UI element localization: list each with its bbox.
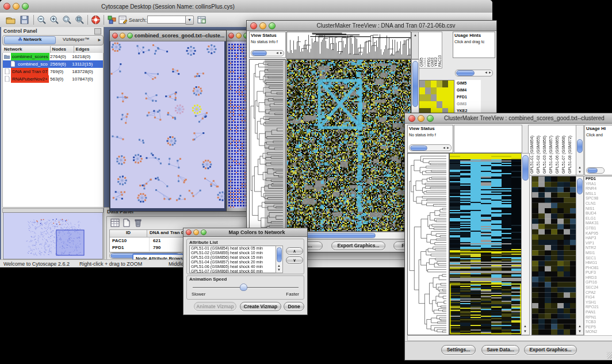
gene-label[interactable]: HRD3 [584, 275, 612, 281]
gene-label[interactable]: YSH1 [584, 300, 612, 305]
zoom-fit-icon[interactable] [75, 15, 85, 25]
minimize-icon[interactable] [120, 33, 125, 39]
table-icon[interactable] [110, 219, 120, 227]
column-label[interactable]: GPL51-02 (GSM855) [536, 127, 541, 174]
gene-label[interactable]: VIP1 [584, 241, 612, 246]
zoom-window-icon[interactable] [269, 22, 276, 29]
attribute-item[interactable]: GPL51-02 (GSM855) heat shock 10 min [190, 251, 276, 255]
network-list-row[interactable]: RNAPuberNov2+563(0)107847(0) [3, 75, 103, 83]
gene-label[interactable]: TCB3 [584, 320, 612, 325]
minimize-icon[interactable] [193, 229, 199, 235]
move-down-button[interactable]: ∨ [286, 256, 303, 264]
network-list-row[interactable]: combined_sco2569(6)13112(15) [3, 60, 103, 68]
attribute-item[interactable]: GPL51-03 (GSM856) heat shock 15 min [190, 255, 276, 260]
gene-label[interactable]: SPC98 [584, 196, 612, 201]
minimize-icon[interactable] [236, 33, 242, 39]
gene-label[interactable]: MON2 [584, 329, 612, 335]
attribute-item[interactable]: GPL51-06 (GSM865) heat shock 40 min [190, 265, 276, 269]
column-label[interactable]: GPL51-08 (GSM872) [568, 127, 573, 174]
network-list-row[interactable]: combined_scores2764(0)16218(0) [3, 53, 103, 60]
zoom-window-icon[interactable] [427, 115, 434, 122]
search-input[interactable] [147, 16, 186, 24]
zoom-window-icon[interactable] [201, 229, 206, 235]
gene-label[interactable]: PEP5 [584, 325, 612, 330]
tv2-hints-scrollbar[interactable] [586, 167, 605, 174]
tv2-settings-button[interactable]: Settings... [441, 345, 476, 355]
zoom-out-icon[interactable] [37, 15, 47, 25]
more-tabs-arrow-icon[interactable]: ► [97, 37, 102, 43]
column-label[interactable]: GIM4 [423, 33, 426, 67]
attribute-item[interactable]: GPL51-01 (GSM854) heat shock 05 min [190, 246, 276, 251]
trash-icon[interactable] [133, 219, 143, 227]
gene-label[interactable]: GTB1 [584, 226, 612, 231]
tab-vizmapper[interactable]: VizMapper™ [57, 37, 95, 43]
gene-label[interactable]: ELG1 [584, 216, 612, 221]
column-label[interactable]: PFD1 [427, 33, 430, 67]
float-panel-icon[interactable] [94, 28, 101, 35]
gene-label[interactable]: NTR2 [584, 246, 612, 251]
network-list-row[interactable]: DNA and Tran 07769(0)183728(0) [3, 68, 103, 75]
close-icon[interactable] [186, 229, 192, 235]
tv1-status-scrollbar[interactable]: ◄► [251, 50, 284, 56]
attribute-item[interactable]: GPL51-07 (GSM868) heat shock 60 min [190, 269, 276, 273]
attribute-item[interactable]: GPL51-04 (GSM857) heat shock 20 min [190, 260, 276, 265]
close-icon[interactable] [408, 115, 415, 122]
close-icon[interactable] [250, 22, 257, 29]
gene-label[interactable]: GIM5 [456, 80, 481, 87]
gene-label[interactable]: MSI1 [584, 251, 612, 256]
column-label[interactable]: YKE2 [434, 33, 437, 67]
gene-label[interactable]: BUD4 [584, 211, 612, 216]
header-edges[interactable]: Edges [74, 46, 102, 53]
column-label[interactable]: GPL51-01 (GSM854) [530, 127, 535, 174]
column-label[interactable]: PAC10 [438, 33, 441, 67]
gene-label[interactable]: YRA1 [584, 182, 612, 187]
gene-label[interactable]: MAK31 [584, 221, 612, 226]
header-network[interactable]: Network [2, 46, 51, 53]
attribute-browser-icon[interactable] [197, 15, 206, 25]
header-nodes[interactable]: Nodes [51, 46, 74, 53]
tv1-export-graphics-button[interactable]: Export Graphics... [331, 242, 385, 250]
tv2-detail-vscrollbar[interactable]: ▲▼ [576, 176, 584, 335]
column-label[interactable]: GPL51-03 (GSM856) [542, 127, 548, 174]
gene-label[interactable]: GPI16 [584, 280, 612, 285]
dense-network-view[interactable] [227, 41, 248, 208]
tv2-labels-scrollbar[interactable]: ▲▼ [576, 125, 584, 175]
gene-label[interactable]: RNR4 [584, 186, 612, 191]
network-overview-panel[interactable] [3, 212, 103, 259]
create-vizmap-button[interactable]: Create Vizmap [240, 302, 281, 311]
background-network-window[interactable] [226, 30, 249, 212]
gene-label[interactable]: SEC24 [584, 285, 612, 290]
animate-vizmap-button[interactable]: Animate Vizmap [194, 302, 236, 311]
tv2-row-dendrogram[interactable] [407, 153, 449, 335]
zoom-selected-icon[interactable] [62, 15, 72, 25]
gene-label[interactable]: PHO81 [584, 266, 612, 271]
zoom-window-icon[interactable] [127, 33, 133, 39]
save-session-icon[interactable] [20, 15, 29, 25]
network-graph-view[interactable] [110, 41, 224, 208]
main-titlebar[interactable]: Cytoscape Desktop (Session Name: collins… [0, 0, 492, 13]
gene-label[interactable]: HAP3 [584, 236, 612, 241]
done-button[interactable]: Done [284, 302, 304, 311]
close-icon[interactable] [112, 33, 118, 39]
open-session-icon[interactable] [6, 15, 16, 25]
move-up-button[interactable]: ∧ [286, 247, 303, 255]
new-doc-icon[interactable] [122, 219, 131, 227]
zoom-window-icon[interactable] [22, 3, 29, 10]
gene-label[interactable]: RPN1 [584, 315, 612, 320]
tv2-export-graphics-button[interactable]: Export Graphics... [524, 345, 577, 355]
gene-label[interactable]: FIG4 [584, 295, 612, 300]
slider-thumb[interactable] [240, 283, 247, 291]
tv2-global-heatmap[interactable] [449, 153, 522, 335]
column-label[interactable]: GIM3 [430, 33, 434, 67]
tv1-heatmap[interactable] [286, 59, 411, 232]
annotation-icon[interactable] [118, 15, 128, 25]
gene-label[interactable]: RPO21 [584, 305, 612, 310]
resize-grip[interactable] [607, 352, 612, 359]
gene-label[interactable]: KAP95 [584, 231, 612, 236]
tv2-save-data-button[interactable]: Save Data... [481, 345, 519, 355]
tv2-detail-heatmap[interactable] [531, 176, 577, 335]
gene-label[interactable]: CPA2 [584, 290, 612, 296]
gene-label[interactable]: GIM3 [456, 101, 481, 108]
minimize-icon[interactable] [13, 3, 20, 10]
minimize-icon[interactable] [259, 22, 266, 29]
